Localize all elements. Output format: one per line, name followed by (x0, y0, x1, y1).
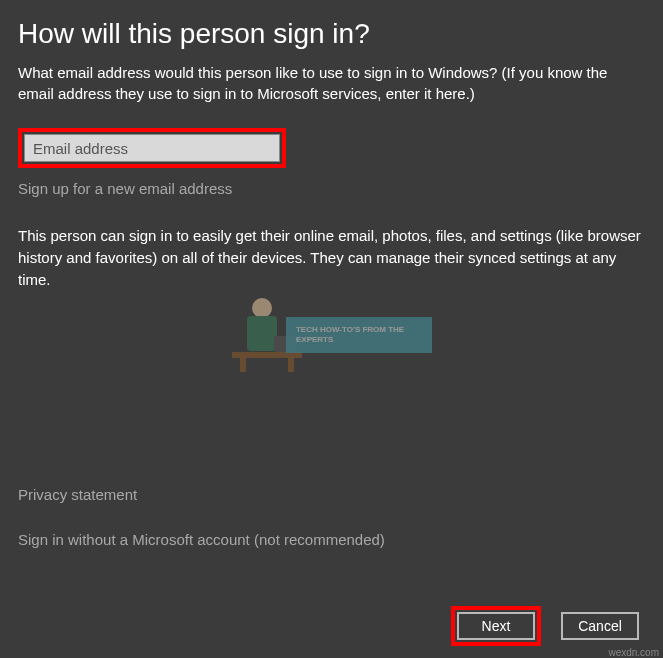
cancel-button[interactable]: Cancel (561, 612, 639, 640)
next-button[interactable]: Next (457, 612, 535, 640)
next-button-highlight: Next (451, 606, 541, 646)
watermark-logo: TECH HOW-TO'S FROM THE EXPERTS (232, 295, 432, 375)
page-title: How will this person sign in? (18, 18, 645, 50)
signup-link[interactable]: Sign up for a new email address (18, 180, 645, 197)
email-input-highlight (18, 128, 286, 168)
button-bar: Next Cancel (451, 606, 645, 646)
signin-without-microsoft-link[interactable]: Sign in without a Microsoft account (not… (18, 531, 385, 548)
privacy-statement-link[interactable]: Privacy statement (18, 486, 385, 503)
page-subtitle: What email address would this person lik… (18, 62, 645, 104)
email-field[interactable] (24, 134, 280, 162)
description-text: This person can sign in to easily get th… (18, 225, 645, 290)
source-attribution: wexdn.com (608, 647, 659, 658)
